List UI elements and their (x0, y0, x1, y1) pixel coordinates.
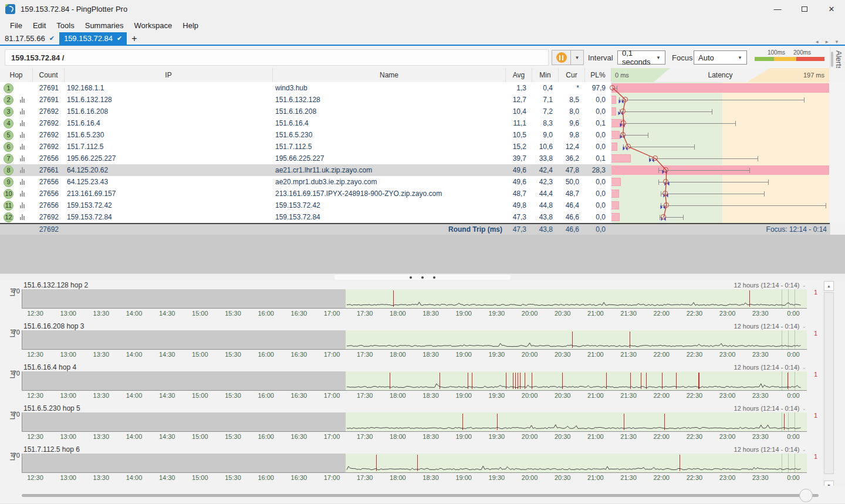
tab-list-icon[interactable]: ▼ (834, 39, 839, 45)
show-timeline-icon[interactable] (20, 202, 25, 208)
close-button[interactable]: ✕ (818, 0, 845, 18)
hop-cell: 5 (0, 129, 33, 141)
timeline-range-dropdown[interactable]: 12 hours (12:14 - 0:14)⌄ (734, 404, 817, 412)
tab-scroll-right-icon[interactable]: ► (824, 39, 829, 45)
latency-graph-cell[interactable] (611, 82, 829, 94)
panel-scrollbar-thumb[interactable] (831, 52, 833, 67)
time-slider-thumb[interactable] (799, 489, 813, 502)
show-timeline-icon[interactable] (20, 109, 25, 114)
time-tick-label: 21:30 (620, 433, 637, 440)
new-tab-button[interactable]: + (127, 32, 141, 45)
table-row-hop-12[interactable]: 1227692159.153.72.84159.153.72.8447,343,… (0, 211, 830, 223)
table-row-hop-4[interactable]: 427692151.6.16.4151.6.16.411,18,39,60,1 (0, 117, 830, 129)
latency-graph-cell[interactable] (611, 188, 829, 199)
latency-graph-cell[interactable] (611, 211, 829, 223)
timeline-range-dropdown[interactable]: 12 hours (12:14 - 0:14)⌄ (734, 322, 817, 330)
row-right-spacer (829, 82, 845, 94)
time-tick-label: 15:00 (192, 474, 208, 481)
header-min[interactable]: Min (532, 68, 559, 82)
time-tick-label: 17:30 (357, 474, 373, 481)
menu-tools[interactable]: Tools (51, 19, 79, 32)
maximize-button[interactable] (791, 0, 818, 18)
menu-edit[interactable]: Edit (28, 19, 51, 32)
time-tick-label: 16:00 (258, 351, 274, 358)
table-row-hop-1[interactable]: 127691192.168.1.1wind3.hub1,30,4*97,9 (0, 82, 830, 94)
header-latency[interactable]: 0 ms 197 ms Latency (611, 68, 829, 82)
table-row-hop-11[interactable]: 1127656159.153.72.42159.153.72.4249,844,… (0, 199, 830, 211)
scroll-up-icon[interactable]: ▲ (824, 281, 834, 291)
time-tick-label: 20:30 (555, 392, 571, 399)
latency-graph-cell[interactable] (611, 117, 829, 129)
timeline-plot[interactable]: 70Lat1 (22, 289, 807, 309)
packet-loss-bar (611, 96, 616, 104)
header-pl[interactable]: PL% (585, 68, 611, 82)
minimize-button[interactable]: — (764, 0, 791, 18)
header-hop[interactable]: Hop (0, 68, 33, 82)
timeline-plot[interactable]: 70Lat1 (22, 330, 807, 350)
latency-trace (22, 289, 807, 308)
header-avg[interactable]: Avg (506, 68, 532, 82)
show-timeline-icon[interactable] (20, 179, 25, 185)
menu-help[interactable]: Help (177, 19, 204, 32)
latency-graph-cell[interactable] (611, 176, 829, 188)
header-name[interactable]: Name (273, 68, 506, 82)
timeline-plot[interactable]: 70Lat1 (22, 454, 807, 473)
show-timeline-icon[interactable] (20, 120, 25, 126)
scrollbar-thumb[interactable] (824, 292, 834, 474)
time-tick-label: 22:30 (687, 351, 703, 358)
time-tick-label: 0:00 (787, 351, 799, 358)
tab-scroll-left-icon[interactable]: ◄ (814, 39, 819, 45)
target-tab-159.153.72.84[interactable]: 159.153.72.84✔ (59, 32, 127, 45)
target-tab-81.17.55.66[interactable]: 81.17.55.66✔ (0, 32, 59, 45)
pause-button[interactable] (552, 50, 571, 65)
show-timeline-icon[interactable] (20, 97, 25, 103)
latency-graph-cell[interactable] (611, 141, 829, 153)
header-ip[interactable]: IP (65, 68, 273, 82)
min-cell: 7,2 (532, 106, 559, 117)
show-timeline-icon[interactable] (20, 167, 25, 173)
latency-graph-cell[interactable] (611, 94, 829, 106)
table-row-hop-10[interactable]: 1027656213.161.69.157213.161.69.157.IPYX… (0, 188, 830, 199)
show-timeline-icon[interactable] (20, 191, 25, 197)
timeline-plot[interactable]: 70Lat1 (22, 412, 807, 432)
table-row-hop-8[interactable]: 82766164.125.20.62ae21.cr1.lhr11.uk.zip.… (0, 164, 830, 176)
latency-graph-cell[interactable] (611, 164, 829, 176)
alerts-tab[interactable]: Alerts (834, 50, 843, 70)
menu-summaries[interactable]: Summaries (80, 19, 129, 32)
timeline-plot[interactable]: 70Lat1 (22, 371, 807, 391)
header-count[interactable]: Count (33, 68, 65, 82)
table-row-hop-6[interactable]: 627692151.7.112.5151.7.112.515,210,612,4… (0, 141, 830, 153)
header-cur[interactable]: Cur (559, 68, 585, 82)
cur-cell: 9,8 (559, 129, 585, 141)
time-tick-label: 22:30 (687, 474, 703, 481)
table-row-hop-3[interactable]: 327692151.6.16.208151.6.16.20810,47,28,0… (0, 106, 830, 117)
show-timeline-icon[interactable] (20, 144, 25, 150)
table-row-hop-9[interactable]: 92765664.125.23.43ae20.mpr1.dub3.ie.zip.… (0, 176, 830, 188)
table-row-hop-7[interactable]: 727656195.66.225.227195.66.225.22739,733… (0, 153, 830, 164)
time-slider-track[interactable] (22, 494, 819, 497)
latency-graph-cell[interactable] (611, 129, 829, 141)
timeline-range-dropdown[interactable]: 12 hours (12:14 - 0:14)⌄ (734, 281, 817, 289)
alert-count-badge: 1 (814, 371, 817, 378)
show-timeline-icon[interactable] (20, 214, 25, 220)
latency-graph-cell[interactable] (611, 106, 829, 117)
menu-workspace[interactable]: Workspace (129, 19, 177, 32)
show-timeline-icon[interactable] (20, 132, 25, 138)
timeline-range-dropdown[interactable]: 12 hours (12:14 - 0:14)⌄ (734, 445, 817, 454)
pause-dropdown-button[interactable]: ▼ (571, 50, 584, 65)
time-tick-label: 16:30 (291, 351, 307, 358)
focus-select[interactable]: Auto ▼ (694, 50, 747, 65)
timeline-target-label: 151.7.112.5 hop 6 (23, 445, 80, 454)
show-timeline-icon[interactable] (20, 155, 25, 161)
time-tick-label: 14:00 (126, 474, 143, 481)
menu-file[interactable]: File (5, 19, 28, 32)
pane-splitter[interactable] (0, 273, 845, 280)
target-address-box[interactable]: 159.153.72.84 / (5, 49, 549, 66)
latency-range-tick (712, 109, 712, 114)
latency-graph-cell[interactable] (611, 153, 829, 164)
interval-select[interactable]: 0,1 seconds ▼ (617, 50, 665, 65)
timeline-range-dropdown[interactable]: 12 hours (12:14 - 0:14)⌄ (734, 363, 817, 371)
table-row-hop-2[interactable]: 227691151.6.132.128151.6.132.12812,77,18… (0, 94, 830, 106)
table-row-hop-5[interactable]: 527692151.6.5.230151.6.5.23010,59,09,80,… (0, 129, 830, 141)
latency-graph-cell[interactable] (611, 199, 829, 211)
